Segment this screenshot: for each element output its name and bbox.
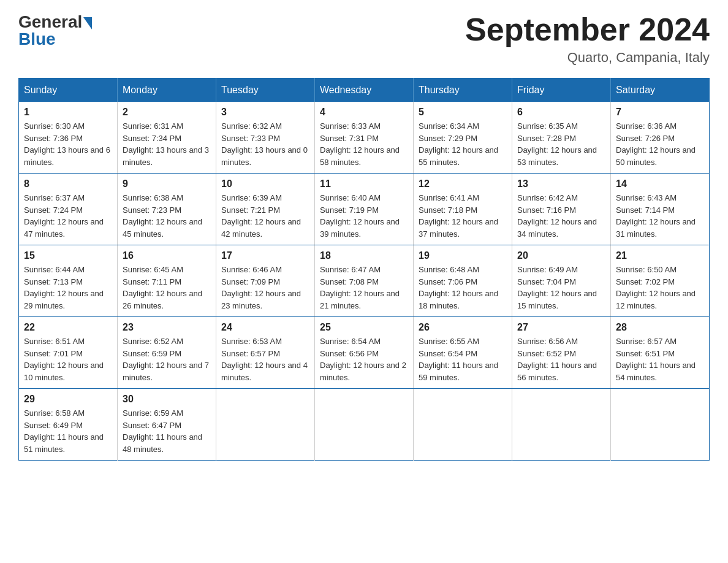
day-info: Sunrise: 6:41 AM Sunset: 7:18 PM Dayligh… [419,192,507,240]
day-info: Sunrise: 6:56 AM Sunset: 6:52 PM Dayligh… [517,335,605,383]
month-title: September 2024 [465,12,710,47]
day-number: 6 [517,107,605,118]
calendar-cell: 16 Sunrise: 6:45 AM Sunset: 7:11 PM Dayl… [118,245,216,317]
day-info: Sunrise: 6:45 AM Sunset: 7:11 PM Dayligh… [123,264,211,312]
header-saturday: Saturday [611,79,710,102]
header-thursday: Thursday [414,79,512,102]
day-number: 10 [221,178,309,190]
day-info: Sunrise: 6:42 AM Sunset: 7:16 PM Dayligh… [517,192,605,240]
calendar-cell [611,389,710,461]
day-info: Sunrise: 6:32 AM Sunset: 7:33 PM Dayligh… [221,120,309,168]
calendar-cell: 27 Sunrise: 6:56 AM Sunset: 6:52 PM Dayl… [512,317,611,389]
day-info: Sunrise: 6:30 AM Sunset: 7:36 PM Dayligh… [24,120,112,168]
day-number: 30 [123,394,211,405]
day-info: Sunrise: 6:46 AM Sunset: 7:09 PM Dayligh… [221,264,309,312]
calendar-week-5: 29 Sunrise: 6:58 AM Sunset: 6:49 PM Dayl… [19,389,710,461]
calendar-week-4: 22 Sunrise: 6:51 AM Sunset: 7:01 PM Dayl… [19,317,710,389]
calendar-cell: 18 Sunrise: 6:47 AM Sunset: 7:08 PM Dayl… [315,245,414,317]
day-info: Sunrise: 6:54 AM Sunset: 6:56 PM Dayligh… [320,335,408,383]
calendar-week-3: 15 Sunrise: 6:44 AM Sunset: 7:13 PM Dayl… [19,245,710,317]
day-number: 18 [320,250,408,261]
day-info: Sunrise: 6:43 AM Sunset: 7:14 PM Dayligh… [616,192,704,240]
title-section: September 2024 Quarto, Campania, Italy [465,12,710,66]
day-info: Sunrise: 6:51 AM Sunset: 7:01 PM Dayligh… [24,335,112,383]
calendar-cell: 14 Sunrise: 6:43 AM Sunset: 7:14 PM Dayl… [611,174,710,245]
day-info: Sunrise: 6:53 AM Sunset: 6:57 PM Dayligh… [221,335,309,383]
day-info: Sunrise: 6:48 AM Sunset: 7:06 PM Dayligh… [419,264,507,312]
day-info: Sunrise: 6:55 AM Sunset: 6:54 PM Dayligh… [419,335,507,383]
location-text: Quarto, Campania, Italy [465,50,710,66]
day-info: Sunrise: 6:35 AM Sunset: 7:28 PM Dayligh… [517,120,605,168]
day-info: Sunrise: 6:49 AM Sunset: 7:04 PM Dayligh… [517,264,605,312]
calendar-cell: 13 Sunrise: 6:42 AM Sunset: 7:16 PM Dayl… [512,174,611,245]
calendar-cell: 10 Sunrise: 6:39 AM Sunset: 7:21 PM Dayl… [216,174,315,245]
calendar-cell: 28 Sunrise: 6:57 AM Sunset: 6:51 PM Dayl… [611,317,710,389]
day-number: 2 [123,107,211,118]
day-info: Sunrise: 6:38 AM Sunset: 7:23 PM Dayligh… [123,192,211,240]
calendar-header-row: Sunday Monday Tuesday Wednesday Thursday… [19,79,710,102]
calendar-cell: 2 Sunrise: 6:31 AM Sunset: 7:34 PM Dayli… [118,102,216,174]
day-info: Sunrise: 6:58 AM Sunset: 6:49 PM Dayligh… [24,407,112,455]
day-number: 1 [24,107,112,118]
day-number: 27 [517,322,605,333]
day-number: 23 [123,322,211,333]
day-info: Sunrise: 6:40 AM Sunset: 7:19 PM Dayligh… [320,192,408,240]
calendar-cell [414,389,512,461]
logo-blue-text: Blue [18,29,56,49]
day-number: 9 [123,178,211,190]
day-number: 17 [221,250,309,261]
logo-triangle-icon [83,17,92,29]
header-sunday: Sunday [19,79,118,102]
day-number: 4 [320,107,408,118]
calendar-cell: 3 Sunrise: 6:32 AM Sunset: 7:33 PM Dayli… [216,102,315,174]
day-number: 8 [24,178,112,190]
day-number: 25 [320,322,408,333]
calendar-cell: 5 Sunrise: 6:34 AM Sunset: 7:29 PM Dayli… [414,102,512,174]
calendar-cell: 29 Sunrise: 6:58 AM Sunset: 6:49 PM Dayl… [19,389,118,461]
day-info: Sunrise: 6:50 AM Sunset: 7:02 PM Dayligh… [616,264,704,312]
day-number: 15 [24,250,112,261]
calendar-cell: 9 Sunrise: 6:38 AM Sunset: 7:23 PM Dayli… [118,174,216,245]
calendar-cell [216,389,315,461]
day-number: 28 [616,322,704,333]
day-number: 7 [616,107,704,118]
calendar-cell: 30 Sunrise: 6:59 AM Sunset: 6:47 PM Dayl… [118,389,216,461]
day-number: 21 [616,250,704,261]
calendar-cell: 23 Sunrise: 6:52 AM Sunset: 6:59 PM Dayl… [118,317,216,389]
day-info: Sunrise: 6:31 AM Sunset: 7:34 PM Dayligh… [123,120,211,168]
day-number: 26 [419,322,507,333]
calendar-cell: 20 Sunrise: 6:49 AM Sunset: 7:04 PM Dayl… [512,245,611,317]
calendar-cell: 22 Sunrise: 6:51 AM Sunset: 7:01 PM Dayl… [19,317,118,389]
day-number: 12 [419,178,507,190]
calendar-cell: 25 Sunrise: 6:54 AM Sunset: 6:56 PM Dayl… [315,317,414,389]
day-number: 19 [419,250,507,261]
calendar-cell [512,389,611,461]
day-number: 14 [616,178,704,190]
day-number: 29 [24,394,112,405]
header-tuesday: Tuesday [216,79,315,102]
calendar-cell: 24 Sunrise: 6:53 AM Sunset: 6:57 PM Dayl… [216,317,315,389]
header-monday: Monday [118,79,216,102]
calendar-cell: 7 Sunrise: 6:36 AM Sunset: 7:26 PM Dayli… [611,102,710,174]
day-info: Sunrise: 6:36 AM Sunset: 7:26 PM Dayligh… [616,120,704,168]
day-info: Sunrise: 6:59 AM Sunset: 6:47 PM Dayligh… [123,407,211,455]
day-info: Sunrise: 6:34 AM Sunset: 7:29 PM Dayligh… [419,120,507,168]
calendar-table: Sunday Monday Tuesday Wednesday Thursday… [18,78,710,461]
day-number: 24 [221,322,309,333]
header-wednesday: Wednesday [315,79,414,102]
calendar-cell: 8 Sunrise: 6:37 AM Sunset: 7:24 PM Dayli… [19,174,118,245]
calendar-cell: 21 Sunrise: 6:50 AM Sunset: 7:02 PM Dayl… [611,245,710,317]
calendar-cell: 6 Sunrise: 6:35 AM Sunset: 7:28 PM Dayli… [512,102,611,174]
calendar-cell: 12 Sunrise: 6:41 AM Sunset: 7:18 PM Dayl… [414,174,512,245]
calendar-cell: 26 Sunrise: 6:55 AM Sunset: 6:54 PM Dayl… [414,317,512,389]
day-number: 16 [123,250,211,261]
day-info: Sunrise: 6:39 AM Sunset: 7:21 PM Dayligh… [221,192,309,240]
header-friday: Friday [512,79,611,102]
calendar-cell: 19 Sunrise: 6:48 AM Sunset: 7:06 PM Dayl… [414,245,512,317]
day-info: Sunrise: 6:52 AM Sunset: 6:59 PM Dayligh… [123,335,211,383]
day-info: Sunrise: 6:37 AM Sunset: 7:24 PM Dayligh… [24,192,112,240]
day-number: 11 [320,178,408,190]
day-number: 3 [221,107,309,118]
day-info: Sunrise: 6:33 AM Sunset: 7:31 PM Dayligh… [320,120,408,168]
page-header: General Blue September 2024 Quarto, Camp… [18,12,710,66]
